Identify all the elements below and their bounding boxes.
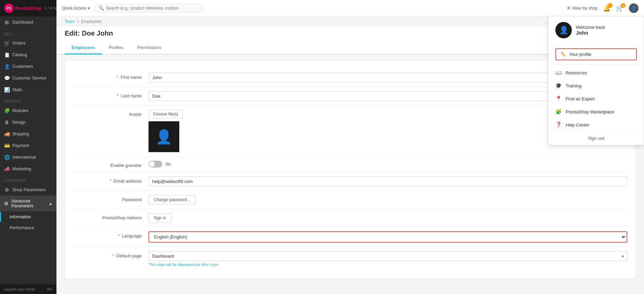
gravatar-field: No xyxy=(149,161,627,168)
sidebar-item-label: International xyxy=(12,155,36,160)
default-page-row: * Default page Dashboard Orders Catalog … xyxy=(73,247,627,271)
sidebar-item-performance[interactable]: Performance xyxy=(0,222,56,233)
sidebar-item-label: Catalog xyxy=(12,52,27,57)
launch-percent: 0% xyxy=(47,287,52,291)
user-avatar-button[interactable]: 👤 xyxy=(629,3,639,13)
sidebar-collapse-button[interactable]: « xyxy=(55,5,56,11)
your-profile-button[interactable]: ✏️ Your profile xyxy=(555,48,637,60)
view-my-shop-button[interactable]: 👁 View my shop xyxy=(567,6,597,11)
brand-name: PrestaShop xyxy=(15,5,42,11)
dropdown-item-training[interactable]: 🎓 Training xyxy=(549,79,644,92)
language-select-wrap: English (English) French (Français) Span… xyxy=(149,231,627,243)
sidebar-item-shipping[interactable]: 🚚 Shipping xyxy=(0,128,56,140)
training-icon: 🎓 xyxy=(555,83,562,89)
dropdown-item-label: Training xyxy=(566,83,581,88)
tab-employees[interactable]: Employees xyxy=(65,41,102,54)
customer-service-icon: 💬 xyxy=(4,75,10,81)
sidebar-item-dashboard[interactable]: ⊞ Dashboard xyxy=(0,16,56,28)
design-icon: 🖥 xyxy=(4,120,10,125)
sidebar-item-shop-parameters[interactable]: ⚙ Shop Parameters xyxy=(0,184,56,196)
addons-row: PrestaShop Addons Sign in xyxy=(73,209,627,227)
sidebar-item-marketing[interactable]: 📣 Marketing xyxy=(0,163,56,175)
your-profile-label: Your profile xyxy=(569,52,591,57)
dropdown-user-header: 👤 Welcome back John xyxy=(549,16,644,44)
dropdown-item-resources[interactable]: 📖 Resources xyxy=(549,66,644,79)
change-password-button[interactable]: Change password... xyxy=(149,195,195,205)
gravatar-label: Enable gravatar xyxy=(73,161,149,168)
sidebar-item-customer-service[interactable]: 💬 Customer Service xyxy=(0,72,56,84)
dropdown-item-label: PrestaShop Marketplace xyxy=(566,109,614,114)
sidebar-item-stats[interactable]: 📊 Stats xyxy=(0,84,56,96)
tab-profiles[interactable]: Profiles xyxy=(102,41,130,54)
choose-file-button[interactable]: Choose file(s) xyxy=(149,110,183,119)
password-row: Password Change password... xyxy=(73,191,627,209)
required-star: * xyxy=(117,75,118,80)
quick-access-chevron-icon: ▾ xyxy=(88,6,90,11)
shipping-icon: 🚚 xyxy=(4,131,10,137)
first-name-row: * First name xyxy=(73,69,627,87)
profile-edit-icon: ✏️ xyxy=(561,52,566,57)
launch-label: Launch your shop! xyxy=(4,287,35,291)
sidebar-item-label: Performance xyxy=(10,225,34,230)
sidebar-item-label: Design xyxy=(12,120,26,125)
dropdown-item-help-center[interactable]: ❓ Help Center xyxy=(549,118,644,131)
nav-section-sell: SELL xyxy=(0,28,56,37)
language-field: English (English) French (Français) Span… xyxy=(149,231,627,243)
sidebar-item-catalog[interactable]: 📋 Catalog xyxy=(0,49,56,61)
dropdown-item-marketplace[interactable]: 🧩 PrestaShop Marketplace xyxy=(549,105,644,118)
sidebar-item-label: Orders xyxy=(12,41,25,46)
breadcrumb-separator: > xyxy=(77,19,79,24)
sidebar-item-advanced-parameters[interactable]: ⚙ Advanced Parameters ▲ xyxy=(0,196,56,211)
dropdown-item-find-expert[interactable]: 📍 Find an Expert xyxy=(549,92,644,105)
avatar-row: Avatar Choose file(s) 👤 xyxy=(73,106,627,157)
gravatar-row: Enable gravatar No xyxy=(73,157,627,172)
email-label: * Email address xyxy=(73,176,149,184)
search-input[interactable] xyxy=(106,6,199,11)
sidebar-item-label: Modules xyxy=(12,108,28,113)
version: 1.7.8.7 xyxy=(44,7,55,10)
topbar-right: 👁 View my shop 🔔 7 🛒 6 👤 xyxy=(567,3,639,13)
notifications-button[interactable]: 🔔 7 xyxy=(603,4,610,12)
sign-out-button[interactable]: Sign out xyxy=(549,131,644,145)
tab-permissions[interactable]: Permissions xyxy=(130,41,168,54)
cart-badge: 6 xyxy=(621,3,626,8)
sidebar-item-payment[interactable]: 💳 Payment xyxy=(0,140,56,151)
sidebar-item-orders[interactable]: 🛒 Orders xyxy=(0,37,56,49)
sidebar-item-customers[interactable]: 👤 Customers xyxy=(0,61,56,72)
person-silhouette-icon: 👤 xyxy=(155,129,172,145)
view-my-shop-label: View my shop xyxy=(572,6,597,11)
sidebar-item-modules[interactable]: 🧩 Modules xyxy=(0,105,56,117)
eye-icon: 👁 xyxy=(567,6,571,11)
logo-area: PS PrestaShop 1.7.8.7 « xyxy=(0,0,56,16)
sidebar-item-information[interactable]: Information xyxy=(0,211,56,222)
sidebar-item-label: Information xyxy=(10,215,31,219)
language-select[interactable]: English (English) French (Français) Span… xyxy=(149,231,627,243)
help-center-icon: ❓ xyxy=(555,122,562,128)
sidebar-item-label: Shipping xyxy=(12,132,29,136)
default-page-select[interactable]: Dashboard Orders Catalog xyxy=(149,251,627,261)
gravatar-toggle[interactable] xyxy=(149,161,162,168)
last-name-row: * Last name xyxy=(73,87,627,106)
dropdown-divider xyxy=(549,64,644,65)
dropdown-welcome: Welcome back John xyxy=(576,25,605,36)
avatar-label: Avatar xyxy=(73,110,149,117)
breadcrumb-parent[interactable]: Team xyxy=(65,19,75,24)
sidebar-item-design[interactable]: 🖥 Design xyxy=(0,117,56,128)
international-icon: 🌐 xyxy=(4,155,10,160)
cart-button[interactable]: 🛒 6 xyxy=(616,4,623,12)
sidebar-item-label: Advanced Parameters xyxy=(11,199,46,208)
launch-bar: Launch your shop! 0% xyxy=(0,284,56,294)
quick-access-button[interactable]: Quick Access ▾ xyxy=(62,6,90,11)
default-page-label: * Default page xyxy=(73,251,149,258)
gravatar-value: No xyxy=(166,162,171,167)
default-page-hint: This page will be displayed just after l… xyxy=(149,262,627,267)
required-star: * xyxy=(117,93,119,98)
marketplace-icon: 🧩 xyxy=(555,109,562,115)
sidebar-item-international[interactable]: 🌐 International xyxy=(0,151,56,163)
resources-icon: 📖 xyxy=(555,70,562,76)
breadcrumb-current: Employees xyxy=(81,19,101,24)
dropdown-username: John xyxy=(576,30,605,36)
addons-sign-in-button[interactable]: Sign in xyxy=(149,213,171,223)
avatar-icon: 👤 xyxy=(559,26,568,35)
email-input[interactable] xyxy=(149,176,627,186)
